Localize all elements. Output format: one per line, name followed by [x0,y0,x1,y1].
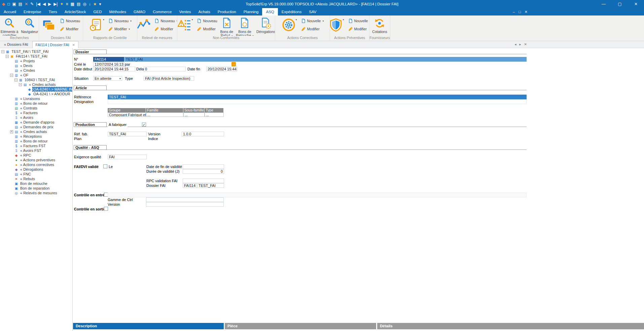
table-cell-famille[interactable]: ... [146,112,183,117]
ribbon-button-bons-de-retouche[interactable]: Bons deRetouche ▾ [235,15,255,36]
tree-item-oa-6240-marne-indu[interactable]: ◆OA-6240 \ > MARNE INDU... [0,87,72,92]
ribbon-button-nouveau[interactable]: Nouveau▾ [108,19,132,23]
panel-header-piece[interactable]: Pièce [225,323,376,329]
tree-item-test-fai-test-fai[interactable]: −▦TEST_FAI \ TEST_FAI [0,49,72,54]
situation-select[interactable]: En attente ▾ [93,76,122,81]
tree-item-demande-d-appros[interactable]: ▦« Demande d'appros [0,120,72,125]
tools-icon[interactable]: ✦ [60,0,63,8]
tree-item-receptions[interactable]: ▥« Réceptions [0,134,72,139]
close-document-icon[interactable]: ✕ [524,42,527,46]
ribbon-button-nouvelle[interactable]: Nouvelle▾ [348,19,369,23]
tree-item-contrats[interactable]: ▤« Contrats [0,106,72,110]
numero-name-field[interactable]: TEST_FAI [124,57,527,62]
tree-item-projets[interactable]: ▤« Projets [0,59,72,63]
panel-header-details[interactable]: Détails [377,323,644,329]
close-button[interactable]: ✕ [628,0,644,8]
tree-expander-icon[interactable]: − [14,78,17,81]
gamme-ctrl-field[interactable] [146,197,224,202]
ref-fab-field[interactable]: TEST_FAI [108,132,147,136]
a-fabriquer-checkbox[interactable]: ✓ [142,123,146,127]
tree-item-rpc[interactable]: ◆« RPC [0,153,72,158]
ribbon-button-modifier[interactable]: Modifier [60,27,80,31]
download-icon[interactable]: ↓ [89,0,91,8]
tree-expander-icon[interactable]: − [6,55,9,58]
tree-item-releves-de-mesures[interactable]: ◎« Relevés de mesures [0,191,72,195]
tree-item-avoirs[interactable]: $« Avoirs [0,115,72,120]
copy-document-icon[interactable]: ▣ [12,0,16,8]
dossier-fai-field[interactable]: FAI114 : TEST_FAI [183,183,224,188]
tree-item-actions-correctives[interactable]: ●« Actions correctives [0,162,72,167]
date-fin-validite-field[interactable] [183,164,224,169]
delete-icon[interactable]: ✕ [25,0,28,8]
goto-user-button[interactable]: → [231,62,236,66]
ribbon-button-elements-a-controler[interactable]: Eléments àcontrôler [0,15,19,36]
tree-item-demandes-de-prix[interactable]: ▤« Demandes de prix [0,125,72,129]
date-debut-field[interactable]: 20/12/2024 15:44:15 [93,67,135,71]
menu-tab-production[interactable]: Production [214,8,240,15]
tree-item-10843-test-fai[interactable]: −▦10843 \ TEST_FAI [0,77,72,82]
ribbon-button-derogations[interactable]: Dérogations [255,15,275,36]
exigence-qualite-field[interactable]: FAI [108,155,147,159]
rpc-validation-field[interactable] [183,178,224,183]
app-logo-icon[interactable]: ◆ [2,0,5,8]
calculator-icon[interactable]: ▦ [71,0,74,8]
mdi-minimize-button[interactable]: – [513,8,515,15]
tree-item-factures[interactable]: $« Factures [0,110,72,115]
menu-tab-gmao[interactable]: GMAO [130,8,149,15]
ribbon-button-navigateur[interactable]: Navigateur [20,15,39,36]
ribbon-button-nouvelle[interactable]: Nouvelle▾ [301,19,324,23]
nav-last-icon[interactable]: ▶| [53,0,58,8]
tree-item-bons-de-retour[interactable]: ▥« Bons de retour [0,139,72,143]
new-document-icon[interactable]: □ [7,0,10,8]
ribbon-button-non-conformites[interactable]: ▾ [177,15,195,36]
numero-field[interactable]: FAI114 [93,57,124,62]
panel-header-description[interactable]: Description [73,323,224,329]
menu-tab-accueil[interactable]: Accueil [0,8,20,15]
tree-item-actions-preventives[interactable]: ●« Actions préventives [0,158,72,162]
menu-tab-achats[interactable]: Achats [195,8,214,15]
menu-tab-methodes[interactable]: Méthodes [105,8,130,15]
minimize-button[interactable]: — [596,0,612,8]
menu-tab-ged[interactable]: GED [90,8,106,15]
tree-item-bon-de-retouche[interactable]: ▣Bon de retouche [0,181,72,186]
tree-item-factures-fst[interactable]: $« Factures FST [0,143,72,148]
ribbon-button-dossiers-fai[interactable] [40,15,58,36]
scroll-tabs-left-icon[interactable]: ◂ [515,42,516,46]
layers-icon[interactable]: ≡ [66,0,68,8]
date-fin-field[interactable]: 20/12/2024 15:44:15 [206,67,237,71]
ribbon-button-bons-de-rebut[interactable]: Bons deRebut ▾ [219,15,235,36]
menu-tab-entreprise[interactable]: Entreprise [20,8,45,15]
delai-field[interactable]: 0 [144,67,186,71]
table-cell-type[interactable]: ... [205,112,224,117]
version-field[interactable]: 1.0.0 [182,132,224,136]
mdi-close-button[interactable]: ✕ [525,8,528,15]
menu-tab-ventes[interactable]: Ventes [175,8,194,15]
tree-expander-icon[interactable]: − [19,83,22,86]
table-cell-sous-famille[interactable]: ... [183,112,205,117]
tree-item-fai114-test-fai[interactable]: −▣FAI114 \ TEST_FAI [0,54,72,59]
tree-item-oa-6241-anodur[interactable]: ◆OA-6241 \ > ANODUR [0,92,72,96]
mdi-restore-button[interactable]: □ [518,8,521,15]
tree-item-cmdes-achats[interactable]: −▤« Cmdes achats [0,82,72,87]
ribbon-button-cotations[interactable]: Cotations [371,15,388,36]
ribbon-button-modifier[interactable]: Modifier▾ [108,27,132,31]
scroll-tabs-right-icon[interactable]: ▸ [520,42,521,46]
menu-tab-article-stock[interactable]: Article/Stock [61,8,90,15]
menu-tab-planning[interactable]: Planning [240,8,262,15]
menu-tab-sav[interactable]: SAV [305,8,320,15]
menu-tab-asq[interactable]: ASQ [262,8,278,15]
nav-prev-icon[interactable]: ◀ [43,0,46,8]
tree-item-cmdes[interactable]: ▤« Cmdes [0,68,72,73]
tab-dossiers-fai[interactable]: « Dossiers FAI [0,41,32,48]
tree-expander-icon[interactable]: − [10,74,13,77]
dropdown-icon[interactable]: ▾ [99,0,101,8]
tree-item-cmdes-achats[interactable]: +▤« Cmdes achats [0,129,72,134]
ribbon-button-nouveau[interactable]: Nouveau▾ [154,19,177,23]
search-icon[interactable]: ◎ [83,0,86,8]
nav-first-icon[interactable]: |◀ [36,0,40,8]
tree-item-fnc[interactable]: ▤« FNC [0,172,72,176]
tree-item-bon-de-reparation[interactable]: ▣Bon de reparation [0,186,72,191]
ribbon-button-rapports-de-controle[interactable]: ▾ [87,15,106,36]
ribbon-button-nouveau[interactable]: Nouveau [60,19,80,23]
tree-item-bons-de-retour[interactable]: ▥« Bons de retour [0,101,72,106]
